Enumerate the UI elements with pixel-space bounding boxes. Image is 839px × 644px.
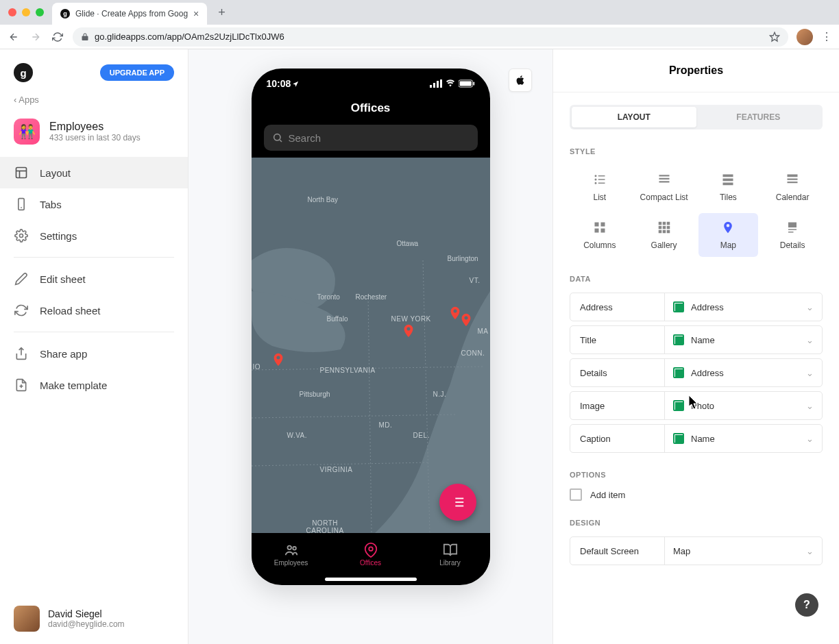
people-icon	[284, 543, 299, 558]
phone-tab-bar: Employees Offices Library	[252, 533, 490, 575]
svg-point-25	[287, 545, 291, 549]
data-row-default-screen[interactable]: Default Screen Map⌄	[570, 536, 823, 565]
style-list[interactable]: List	[570, 165, 630, 209]
chevron-down-icon: ⌄	[806, 546, 814, 556]
phone-tab-employees[interactable]: Employees	[252, 533, 331, 575]
back-label: Apps	[19, 95, 39, 105]
columns-glyph-icon	[591, 220, 609, 235]
seg-layout[interactable]: LAYOUT	[572, 107, 696, 127]
data-row-title[interactable]: Title Name⌄	[570, 325, 823, 354]
app-card[interactable]: 👫 Employees 433 users in last 30 days	[0, 110, 188, 157]
style-gallery[interactable]: Gallery	[634, 213, 694, 257]
seg-features[interactable]: FEATURES	[696, 107, 821, 127]
chevron-down-icon: ⌄	[806, 302, 814, 312]
user-footer[interactable]: David Siegel david@heyglide.com	[0, 593, 188, 644]
section-data-label: DATA	[570, 275, 823, 283]
list-fab-button[interactable]	[439, 484, 476, 521]
svg-rect-9	[430, 85, 432, 88]
svg-rect-38	[723, 179, 733, 182]
sidebar-item-settings[interactable]: Settings	[0, 220, 188, 251]
phone-tab-offices[interactable]: Offices	[331, 533, 411, 575]
data-row-address[interactable]: Address Address⌄	[570, 293, 823, 321]
pin-icon	[363, 543, 378, 558]
svg-rect-55	[666, 230, 670, 234]
sidebar-item-layout[interactable]: Layout	[0, 157, 188, 188]
map-pin-icon[interactable]	[401, 321, 416, 341]
sidebar-item-share[interactable]: Share app	[0, 338, 188, 369]
map-pin-icon[interactable]	[459, 310, 474, 330]
section-design-label: DESIGN	[570, 519, 823, 527]
svg-rect-1	[16, 168, 27, 178]
forward-icon[interactable]	[29, 32, 42, 42]
svg-point-16	[273, 134, 280, 140]
profile-avatar[interactable]	[797, 29, 813, 45]
style-details[interactable]: Details	[762, 213, 823, 257]
phone-tab-library[interactable]: Library	[411, 533, 490, 575]
reload-icon[interactable]	[51, 32, 64, 42]
details-glyph-icon	[783, 220, 801, 235]
svg-point-26	[293, 546, 296, 549]
style-tiles[interactable]: Tiles	[698, 165, 759, 209]
glide-logo-icon[interactable]: g	[14, 63, 33, 82]
data-row-caption[interactable]: Caption Name⌄	[570, 424, 823, 453]
style-calendar[interactable]: Calendar	[762, 165, 823, 209]
data-row-label: Caption	[570, 425, 665, 452]
platform-toggle-button[interactable]	[509, 69, 532, 92]
back-icon[interactable]	[7, 32, 21, 42]
browser-tab[interactable]: g Glide · Create Apps from Goog ×	[52, 3, 207, 25]
phone-search-input[interactable]: Search	[264, 125, 478, 151]
app-stats: 433 users in last 30 days	[49, 133, 141, 143]
svg-rect-52	[666, 226, 670, 230]
calendar-glyph-icon	[783, 172, 801, 187]
upgrade-button[interactable]: UPGRADE APP	[100, 64, 174, 81]
svg-rect-53	[658, 230, 661, 234]
map-view[interactable]: mapbox i	[252, 158, 490, 533]
style-columns[interactable]: Columns	[570, 213, 630, 257]
data-row-label: Default Screen	[570, 537, 665, 565]
list-glyph-icon	[591, 172, 609, 187]
svg-rect-44	[600, 223, 605, 227]
svg-rect-14	[459, 82, 471, 86]
window-close-icon[interactable]	[8, 8, 16, 16]
add-item-checkbox[interactable]: Add item	[570, 488, 823, 501]
style-map[interactable]: Map	[698, 213, 759, 257]
svg-rect-34	[659, 175, 669, 176]
data-row-details[interactable]: Details Address⌄	[570, 358, 823, 387]
chrome-menu-icon[interactable]: ⋮	[821, 30, 832, 43]
address-bar[interactable]: go.glideapps.com/app/OAm2s2UzjLlDcTlx0JW…	[73, 27, 788, 47]
map-label: W.VA.	[287, 432, 308, 439]
sidebar-label: Tabs	[40, 199, 62, 210]
svg-rect-51	[662, 226, 666, 230]
close-icon[interactable]: ×	[193, 8, 199, 19]
help-button[interactable]: ?	[795, 593, 818, 617]
chevron-down-icon: ⌄	[806, 401, 814, 411]
svg-rect-37	[723, 175, 733, 177]
phone-tab-label: Offices	[360, 559, 381, 567]
window-zoom-icon[interactable]	[36, 8, 44, 16]
map-glyph-icon	[719, 220, 737, 235]
data-row-value: Name	[691, 434, 715, 444]
sidebar-item-make-template[interactable]: Make template	[0, 369, 188, 401]
map-label: PENNSYLVANIA	[320, 367, 376, 374]
home-indicator	[325, 578, 417, 581]
section-style-label: STYLE	[570, 147, 823, 156]
checkbox-icon	[570, 488, 582, 501]
sheet-icon	[673, 334, 684, 345]
map-label: Ottawa	[397, 240, 419, 247]
canvas-area: 10:08 Offices Search mapbox i	[189, 49, 552, 644]
map-label: VT.	[470, 277, 481, 284]
new-tab-button[interactable]: +	[212, 5, 231, 20]
bookmark-star-icon[interactable]	[769, 32, 780, 42]
map-pin-icon[interactable]	[271, 349, 286, 370]
sidebar-item-edit-sheet[interactable]: Edit sheet	[0, 263, 188, 295]
sidebar-item-reload-sheet[interactable]: Reload sheet	[0, 295, 188, 326]
gallery-glyph-icon	[655, 220, 673, 235]
style-compact-list[interactable]: Compact List	[634, 165, 694, 209]
style-label: List	[594, 193, 607, 202]
window-minimize-icon[interactable]	[22, 8, 30, 16]
sidebar-item-tabs[interactable]: Tabs	[0, 188, 188, 220]
back-to-apps-link[interactable]: ‹ Apps	[0, 89, 188, 110]
style-label: Columns	[583, 240, 616, 250]
svg-rect-47	[658, 222, 661, 225]
properties-panel: Properties LAYOUT FEATURES STYLE List Co…	[552, 49, 839, 644]
